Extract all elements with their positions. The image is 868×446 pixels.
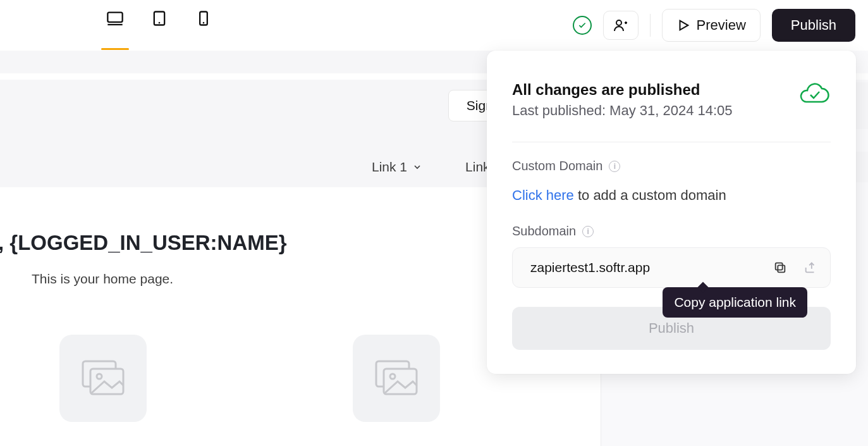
subdomain-input[interactable] bbox=[530, 260, 763, 275]
image-placeholder-icon bbox=[371, 356, 422, 400]
subdomain-field: Copy application link bbox=[512, 247, 831, 288]
nav-link-1[interactable]: Link 1 bbox=[372, 159, 422, 175]
nav-link-1-label: Link 1 bbox=[372, 159, 407, 175]
toolbar-divider bbox=[650, 14, 651, 37]
user-plus-icon bbox=[613, 18, 628, 33]
custom-domain-label: Custom Domain bbox=[512, 159, 602, 173]
invite-user-button[interactable] bbox=[603, 11, 639, 40]
share-arrow-icon bbox=[804, 261, 817, 275]
card-placeholder-1[interactable] bbox=[59, 335, 147, 422]
publish-button[interactable]: Publish bbox=[772, 9, 855, 42]
tablet-icon bbox=[150, 9, 168, 27]
svg-point-6 bbox=[616, 20, 621, 25]
toolbar-right: Preview Publish bbox=[573, 9, 855, 42]
publish-panel-header: All changes are published Last published… bbox=[512, 81, 831, 119]
panel-separator bbox=[512, 142, 831, 142]
info-icon[interactable]: i bbox=[582, 226, 594, 237]
custom-domain-suffix: to add a custom domain bbox=[574, 187, 726, 203]
open-link-button[interactable] bbox=[797, 254, 824, 281]
svg-marker-9 bbox=[680, 21, 688, 30]
device-switcher bbox=[106, 9, 212, 41]
mobile-icon bbox=[195, 9, 212, 27]
chevron-down-icon bbox=[412, 162, 422, 172]
publish-status-title: All changes are published bbox=[512, 81, 733, 99]
add-custom-domain-link[interactable]: Click here bbox=[512, 187, 574, 203]
device-desktop[interactable] bbox=[106, 9, 124, 41]
subdomain-label: Subdomain bbox=[512, 224, 576, 238]
copy-link-button[interactable]: Copy application link bbox=[767, 254, 793, 281]
svg-rect-16 bbox=[778, 265, 785, 272]
device-mobile[interactable] bbox=[195, 9, 212, 41]
desktop-icon bbox=[106, 9, 124, 27]
custom-domain-label-row: Custom Domain i bbox=[512, 159, 831, 173]
card-placeholder-2[interactable] bbox=[353, 335, 440, 422]
publish-button-label: Publish bbox=[791, 17, 836, 33]
subdomain-label-row: Subdomain i bbox=[512, 224, 831, 238]
image-placeholder-icon bbox=[78, 356, 128, 400]
play-icon bbox=[676, 18, 690, 32]
nav-link-2[interactable]: Link bbox=[465, 159, 490, 175]
cloud-check-icon bbox=[798, 81, 831, 109]
svg-rect-17 bbox=[776, 263, 783, 270]
publish-panel: All changes are published Last published… bbox=[487, 51, 856, 374]
panel-publish-label: Publish bbox=[649, 320, 694, 337]
svg-rect-0 bbox=[107, 13, 122, 22]
info-icon[interactable]: i bbox=[609, 161, 620, 172]
editor-toolbar: Preview Publish bbox=[0, 0, 868, 51]
checkmark-icon bbox=[578, 21, 587, 30]
status-check-button[interactable] bbox=[573, 16, 592, 35]
nav-link-2-label: Link bbox=[465, 159, 490, 175]
copy-link-tooltip: Copy application link bbox=[663, 287, 807, 318]
custom-domain-text: Click here to add a custom domain bbox=[512, 187, 831, 204]
copy-icon bbox=[773, 261, 787, 275]
publish-last-published: Last published: May 31, 2024 14:05 bbox=[512, 102, 733, 119]
preview-button-label: Preview bbox=[697, 17, 746, 34]
preview-button[interactable]: Preview bbox=[662, 9, 761, 42]
device-tablet[interactable] bbox=[150, 9, 168, 41]
